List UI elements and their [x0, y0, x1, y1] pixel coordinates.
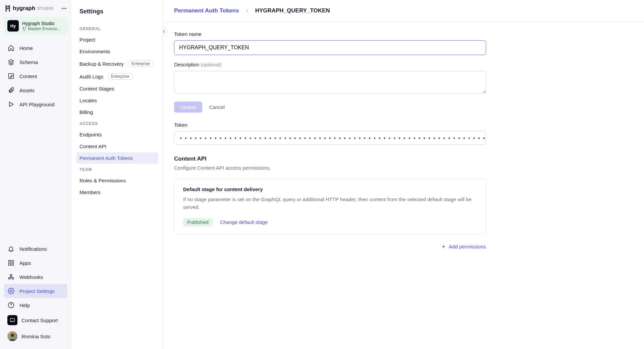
- group-access-label: ACCESS: [76, 118, 158, 129]
- project-environment: Master Environ...: [22, 26, 64, 31]
- nav-schema[interactable]: Schema: [4, 55, 67, 69]
- svg-rect-14: [10, 318, 14, 322]
- play-icon: [7, 101, 15, 108]
- svg-point-15: [11, 334, 14, 337]
- help-circle-icon: [7, 302, 15, 308]
- home-icon: [7, 45, 15, 51]
- chevron-right-icon: [245, 9, 249, 13]
- plus-icon: [441, 244, 446, 249]
- setting-backup-recovery[interactable]: Backup & RecoveryEnterprise: [76, 57, 158, 70]
- nav-label: Apps: [19, 260, 31, 266]
- user-menu[interactable]: Romina Soto: [4, 328, 67, 344]
- project-name: Hygraph Studio: [22, 21, 64, 26]
- svg-point-12: [10, 290, 12, 292]
- project-avatar: Hy: [7, 20, 19, 32]
- token-name-input[interactable]: [174, 40, 486, 55]
- edit-icon: [7, 73, 15, 79]
- grid-icon: [7, 259, 15, 266]
- branch-icon: [22, 26, 26, 31]
- setting-locales[interactable]: Locales: [76, 95, 158, 106]
- user-avatar: [7, 331, 17, 341]
- setting-roles-permissions[interactable]: Roles & Permissions: [76, 175, 158, 186]
- main-sidebar: hygraph STUDIO Hy Hygraph Studio Master …: [0, 0, 71, 349]
- svg-rect-6: [12, 260, 14, 263]
- change-default-stage-link[interactable]: Change default stage: [220, 219, 268, 225]
- secondary-nav: Notifications Apps Webhooks Project Sett…: [0, 242, 71, 344]
- paperclip-icon: [7, 87, 15, 94]
- setting-endpoints[interactable]: Endpoints: [76, 129, 158, 140]
- description-input[interactable]: [174, 71, 486, 94]
- breadcrumb-current: HYGRAPH_QUERY_TOKEN: [255, 7, 330, 14]
- hygraph-logo-icon: [5, 5, 11, 12]
- nav-label: Help: [19, 302, 30, 308]
- nav-api-playground[interactable]: API Playground: [4, 97, 67, 111]
- nav-home[interactable]: Home: [4, 41, 67, 55]
- setting-members[interactable]: Members: [76, 186, 158, 198]
- svg-marker-4: [9, 102, 13, 106]
- setting-content-stages[interactable]: Content Stages: [76, 83, 158, 95]
- content-api-title: Content API: [174, 156, 633, 162]
- svg-rect-8: [12, 264, 14, 266]
- bell-icon: [7, 245, 15, 252]
- webhook-icon: [7, 274, 15, 280]
- chat-icon: [7, 315, 17, 325]
- enterprise-pill: Enterprise: [107, 73, 133, 80]
- nav-label: Content: [19, 73, 37, 79]
- dots-horizontal-icon: [61, 6, 67, 11]
- description-label: Description (optional): [174, 62, 633, 67]
- nav-label: API Playground: [19, 102, 54, 107]
- collapse-left-icon: [163, 30, 165, 34]
- setting-environments[interactable]: Environments: [76, 46, 158, 57]
- nav-label: Assets: [19, 88, 35, 93]
- nav-label: Contact Support: [21, 317, 58, 323]
- svg-point-9: [9, 278, 10, 279]
- nav-help[interactable]: Help: [4, 298, 67, 312]
- settings-sidebar: Settings GENERAL Project Environments Ba…: [71, 0, 163, 349]
- content-api-desc: Configure Content API access permissions…: [174, 165, 633, 171]
- update-button[interactable]: Update: [174, 102, 202, 113]
- token-value[interactable]: ● ● ● ● ● ● ● ● ● ● ● ● ● ● ● ● ● ● ● ● …: [174, 131, 486, 145]
- default-stage-card: Default stage for content delivery If no…: [174, 179, 486, 234]
- nav-contact-support[interactable]: Contact Support: [4, 312, 67, 328]
- breadcrumb: Permanent Auth Tokens HYGRAPH_QUERY_TOKE…: [163, 0, 644, 22]
- layers-icon: [7, 59, 15, 65]
- svg-point-10: [12, 278, 14, 279]
- main-content: Permanent Auth Tokens HYGRAPH_QUERY_TOKE…: [163, 0, 644, 349]
- nav-label: Webhooks: [19, 274, 43, 280]
- nav-webhooks[interactable]: Webhooks: [4, 270, 67, 284]
- nav-label: Schema: [19, 59, 38, 65]
- group-general-label: GENERAL: [76, 23, 158, 34]
- settings-title: Settings: [76, 7, 158, 23]
- setting-project[interactable]: Project: [76, 34, 158, 46]
- svg-point-11: [10, 275, 12, 276]
- nav-content[interactable]: Content: [4, 69, 67, 83]
- breadcrumb-parent[interactable]: Permanent Auth Tokens: [174, 7, 239, 14]
- card-title: Default stage for content delivery: [183, 186, 477, 192]
- setting-audit-logs[interactable]: Audit LogsEnterprise: [76, 70, 158, 83]
- setting-billing[interactable]: Billing: [76, 106, 158, 118]
- nav-apps[interactable]: Apps: [4, 256, 67, 270]
- svg-point-2: [65, 8, 66, 9]
- cancel-button[interactable]: Cancel: [209, 102, 225, 113]
- token-name-label: Token name: [174, 31, 633, 37]
- nav-label: Project Settings: [19, 288, 55, 294]
- project-selector[interactable]: Hy Hygraph Studio Master Environ...: [4, 17, 67, 35]
- token-label: Token: [174, 122, 633, 128]
- card-desc: If no stage parameter is set on the Grap…: [183, 195, 477, 211]
- enterprise-pill: Enterprise: [128, 60, 154, 67]
- nav-label: Notifications: [19, 246, 47, 252]
- gear-icon: [7, 288, 15, 294]
- add-permissions-button[interactable]: Add permissions: [441, 244, 486, 249]
- setting-permanent-auth-tokens[interactable]: Permanent Auth Tokens: [76, 152, 158, 164]
- nav-notifications[interactable]: Notifications: [4, 242, 67, 256]
- stage-badge: Published: [183, 218, 213, 227]
- logo[interactable]: hygraph STUDIO: [5, 5, 54, 12]
- nav-project-settings[interactable]: Project Settings: [4, 284, 67, 298]
- setting-content-api[interactable]: Content API: [76, 140, 158, 152]
- more-menu-button[interactable]: [61, 6, 67, 11]
- nav-label: Home: [19, 45, 33, 51]
- primary-nav: Home Schema Content Assets API Playgroun…: [0, 41, 71, 111]
- nav-assets[interactable]: Assets: [4, 83, 67, 97]
- svg-rect-7: [9, 264, 11, 266]
- group-team-label: TEAM: [76, 164, 158, 175]
